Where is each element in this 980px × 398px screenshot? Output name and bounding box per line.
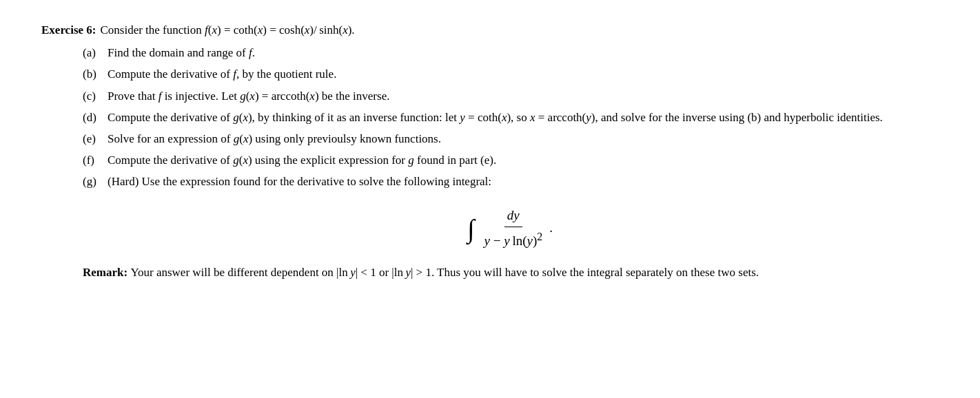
integral-fraction: dy y − y ln(y)2 — [481, 205, 545, 252]
part-c-text: Prove that f is injective. Let g(x) = ar… — [108, 87, 937, 105]
part-c: (c) Prove that f is injective. Let g(x) … — [83, 87, 937, 105]
remark-block: Remark: Your answer will be different de… — [83, 263, 937, 282]
part-c-label: (c) — [83, 87, 102, 105]
part-g-text: (Hard) Use the expression found for the … — [108, 172, 937, 191]
integral-block: ∫ dy y − y ln(y)2 . — [83, 205, 937, 252]
exercise-intro: Consider the function f(x) = coth(x) = c… — [100, 21, 354, 39]
part-b-text: Compute the derivative of f, by the quot… — [108, 65, 937, 83]
part-f-label: (f) — [83, 151, 102, 169]
part-g-label: (g) — [83, 172, 102, 191]
remark-label: Remark: — [83, 263, 130, 282]
part-e-text: Solve for an expression of g(x) using on… — [108, 129, 937, 148]
part-d: (d) Compute the derivative of g(x), by t… — [83, 108, 937, 127]
part-d-text: Compute the derivative of g(x), by think… — [108, 108, 937, 127]
part-a: (a) Find the domain and range of f. — [83, 43, 937, 62]
remark-text: Your answer will be different dependent … — [130, 263, 759, 282]
part-b: (b) Compute the derivative of f, by the … — [83, 65, 937, 83]
exercise-container: Exercise 6: Consider the function f(x) =… — [41, 21, 937, 282]
integral-numerator: dy — [504, 205, 522, 227]
part-d-label: (d) — [83, 108, 102, 127]
part-f: (f) Compute the derivative of g(x) using… — [83, 151, 937, 169]
integral-expression: ∫ dy y − y ln(y)2 . — [467, 205, 553, 252]
part-a-text: Find the domain and range of f. — [108, 43, 937, 62]
part-e: (e) Solve for an expression of g(x) usin… — [83, 129, 937, 148]
part-f-text: Compute the derivative of g(x) using the… — [108, 151, 937, 169]
part-b-label: (b) — [83, 65, 102, 83]
part-a-label: (a) — [83, 43, 102, 62]
exercise-title: Exercise 6: Consider the function f(x) =… — [41, 21, 937, 39]
parts-list: (a) Find the domain and range of f. (b) … — [83, 43, 937, 282]
part-g: (g) (Hard) Use the expression found for … — [83, 172, 937, 191]
integral-sign: ∫ — [467, 216, 474, 242]
exercise-number: Exercise 6: — [41, 21, 96, 39]
integral-denominator: y − y ln(y)2 — [481, 227, 545, 252]
part-e-label: (e) — [83, 129, 102, 148]
integral-period: . — [549, 218, 553, 238]
